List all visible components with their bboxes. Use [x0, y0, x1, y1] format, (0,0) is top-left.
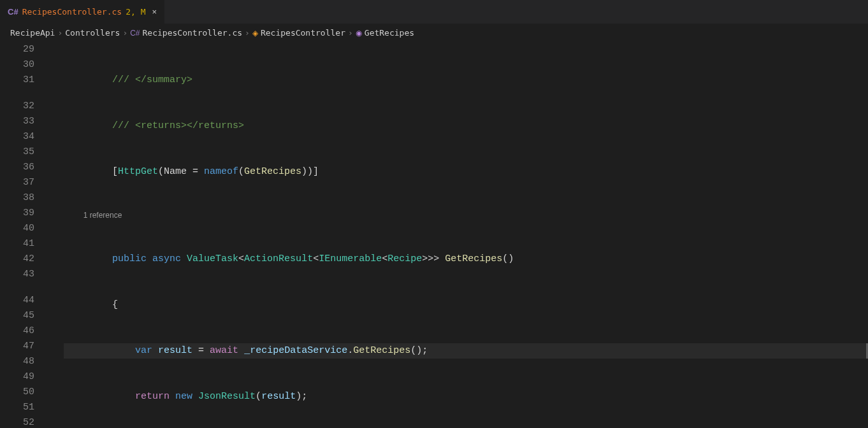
code-editor[interactable]: 29 30 31 32 33 34 35 36 37 38 39 40 41 4… — [0, 42, 868, 428]
code-area[interactable]: /// </summary> /// <returns></returns> [… — [64, 42, 868, 428]
tab-status: 2, M — [126, 7, 145, 17]
code-line-active[interactable]: var result = await _recipeDataService.Ge… — [64, 343, 868, 359]
code-line[interactable]: /// </summary> — [64, 73, 868, 88]
breadcrumb-item[interactable]: RecipeApi — [10, 28, 55, 38]
tab-filename: RecipesController.cs — [22, 7, 122, 17]
tab-recipescontroller[interactable]: C# RecipesController.cs 2, M × — [0, 0, 165, 24]
code-line[interactable]: public async ValueTask<ActionResult<IEnu… — [64, 252, 868, 267]
code-line[interactable]: return new JsonResult(result); — [64, 389, 868, 404]
class-icon: ◈ — [252, 29, 258, 38]
breadcrumb-item[interactable]: Controllers — [65, 28, 120, 38]
line-number-gutter: 29 30 31 32 33 34 35 36 37 38 39 40 41 4… — [0, 42, 46, 428]
csharp-icon: C# — [130, 29, 140, 38]
fold-gutter[interactable] — [46, 42, 64, 428]
codelens[interactable]: 1 reference — [64, 210, 868, 221]
code-line[interactable]: { — [64, 297, 868, 313]
close-icon[interactable]: × — [152, 7, 157, 17]
tab-bar: C# RecipesController.cs 2, M × — [0, 0, 868, 24]
chevron-right-icon: › — [122, 28, 127, 38]
code-line[interactable]: [HttpGet(Name = nameof(GetRecipes))] — [64, 164, 868, 180]
csharp-icon: C# — [8, 7, 18, 17]
chevron-right-icon: › — [348, 28, 353, 38]
breadcrumb: RecipeApi › Controllers › C#RecipesContr… — [0, 24, 868, 42]
method-icon: ◉ — [356, 29, 362, 38]
code-line[interactable]: /// <returns></returns> — [64, 118, 868, 134]
chevron-right-icon: › — [245, 28, 250, 38]
breadcrumb-item[interactable]: ◈RecipesController — [252, 28, 345, 38]
breadcrumb-item[interactable]: C#RecipesController.cs — [130, 28, 242, 38]
breadcrumb-item[interactable]: ◉GetRecipes — [356, 28, 414, 38]
chevron-right-icon: › — [57, 28, 62, 38]
